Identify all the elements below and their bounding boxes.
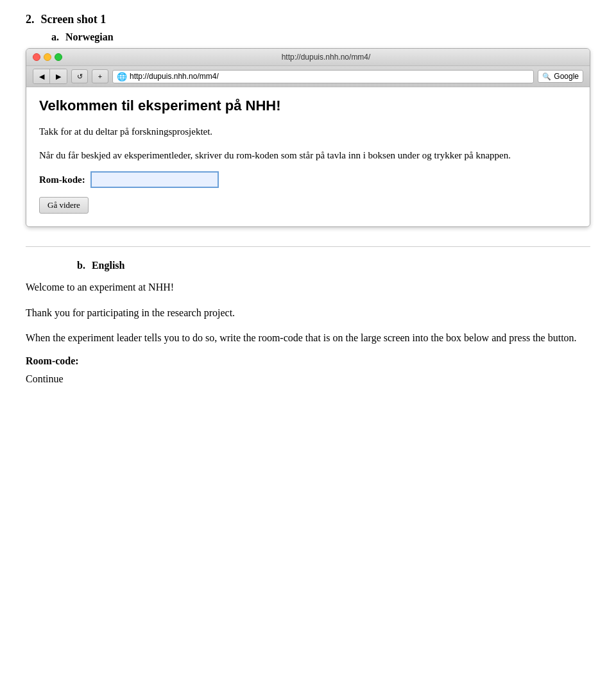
subsection-b-title: English <box>92 260 125 271</box>
section-number: 2. <box>26 13 35 26</box>
titlebar-url: http://dupuis.nhh.no/mm4/ <box>69 53 583 62</box>
minimize-dot[interactable] <box>44 53 51 61</box>
browser-titlebar: http://dupuis.nhh.no/mm4/ <box>26 49 590 66</box>
add-tab-button[interactable]: + <box>92 69 108 83</box>
norwegian-paragraph1: Takk for at du deltar på forskningsprosj… <box>39 124 577 139</box>
browser-window: http://dupuis.nhh.no/mm4/ ◀ ▶ ↺ + 🌐 http… <box>26 48 590 227</box>
close-dot[interactable] <box>33 53 40 61</box>
norwegian-form-label: Rom-kode: <box>39 174 85 185</box>
ga-videre-button[interactable]: Gå videre <box>39 197 89 214</box>
search-icon: 🔍 <box>542 72 551 81</box>
subsection-a-label: a. <box>51 31 59 43</box>
nav-button-group: ◀ ▶ <box>33 69 67 84</box>
english-line1: Welcome to an experiment at NHH! <box>26 279 590 296</box>
refresh-button[interactable]: ↺ <box>71 69 88 83</box>
search-placeholder: Google <box>554 72 579 81</box>
room-code-form-row: Rom-kode: <box>39 171 577 188</box>
globe-icon: 🌐 <box>117 72 127 81</box>
section-title: Screen shot 1 <box>41 13 107 26</box>
browser-dots <box>33 53 62 61</box>
forward-button[interactable]: ▶ <box>50 69 67 83</box>
english-line3: When the experiment leader tells you to … <box>26 330 590 346</box>
maximize-dot[interactable] <box>55 53 62 61</box>
norwegian-paragraph2: Når du får beskjed av eksperimentleder, … <box>39 148 577 163</box>
subsection-a-title: Norwegian <box>65 31 114 43</box>
section-divider <box>26 246 590 247</box>
room-code-input[interactable] <box>90 171 219 188</box>
browser-content: Velkommen til eksperiment på NHH! Takk f… <box>26 87 590 226</box>
browser-toolbar: ◀ ▶ ↺ + 🌐 http://dupuis.nhh.no/mm4/ 🔍 Go… <box>26 66 590 87</box>
english-section: Welcome to an experiment at NHH! Thank y… <box>26 279 590 385</box>
url-text: http://dupuis.nhh.no/mm4/ <box>130 72 219 81</box>
english-room-code-label: Room-code: <box>26 355 590 367</box>
url-bar[interactable]: 🌐 http://dupuis.nhh.no/mm4/ <box>112 70 534 83</box>
subsection-b-label: b. <box>77 260 85 271</box>
english-continue-label: Continue <box>26 373 590 385</box>
search-bar[interactable]: 🔍 Google <box>538 70 583 83</box>
norwegian-title: Velkommen til eksperiment på NHH! <box>39 98 577 114</box>
back-button[interactable]: ◀ <box>33 69 50 83</box>
english-line2: Thank you for participating in the resea… <box>26 305 590 321</box>
